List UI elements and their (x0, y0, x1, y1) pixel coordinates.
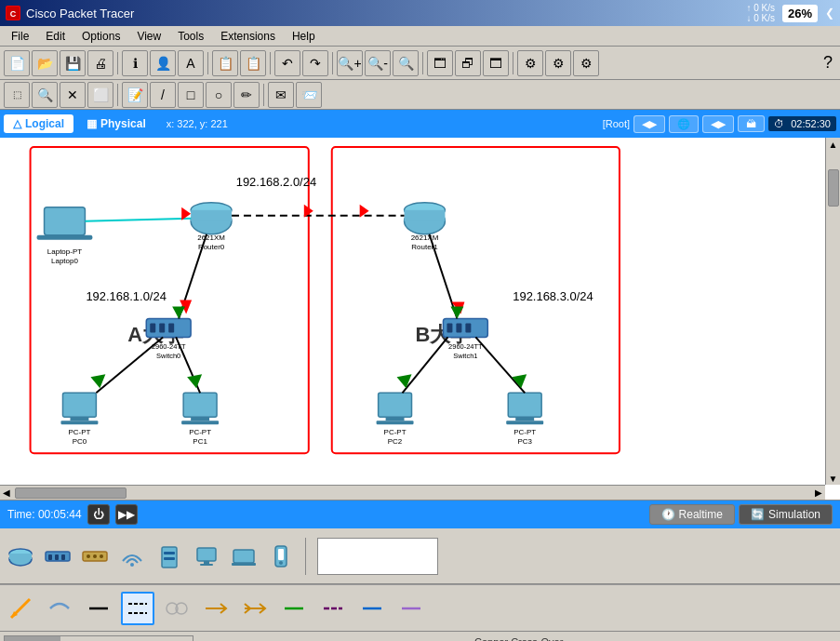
svg-point-85 (130, 563, 134, 567)
ellipse-btn[interactable]: ○ (206, 82, 232, 108)
sep8 (263, 84, 264, 106)
realtime-btn[interactable]: 🕐 Realtime (649, 504, 735, 525)
tab-logical[interactable]: △ Logical (4, 114, 73, 133)
canvas-area[interactable]: A大学 B大学 192.168.2.0/24 192.168.1.0/24 19… (0, 138, 840, 501)
menu-edit[interactable]: Edit (38, 28, 73, 45)
palette-phone[interactable] (264, 540, 298, 573)
rect-btn[interactable]: □ (178, 82, 204, 108)
menu-help[interactable]: Help (285, 28, 323, 45)
config1-btn[interactable]: ⚙ (517, 50, 543, 76)
line-btn[interactable]: / (150, 82, 176, 108)
svg-rect-42 (465, 323, 471, 332)
fast-forward-btn[interactable]: ▶▶ (115, 504, 138, 525)
svg-rect-76 (9, 554, 32, 559)
font-btn[interactable]: A (178, 50, 204, 76)
realtime-icon: 🕐 (661, 508, 675, 521)
new-btn[interactable]: 📄 (4, 50, 30, 76)
window2-btn[interactable]: 🗗 (455, 50, 481, 76)
vscroll-thumb[interactable] (828, 169, 839, 207)
cable-serial2[interactable] (238, 592, 272, 625)
menu-file[interactable]: File (4, 28, 36, 45)
menu-options[interactable]: Options (74, 28, 127, 45)
menu-extensions[interactable]: Extensions (213, 28, 283, 45)
annotate-btn[interactable]: 📝 (122, 82, 148, 108)
bottom-hscroll[interactable] (4, 635, 193, 641)
viewbar-right: [Root] ◀▶ 🌐 ◀▶ 🏔 ⏱ 02:52:30 (603, 115, 836, 133)
freehand-btn[interactable]: ✏ (233, 82, 260, 108)
simulation-icon: 🔄 (751, 508, 765, 521)
vscroll[interactable]: ▲ ▼ (825, 138, 840, 485)
marquee-btn[interactable]: ⬜ (87, 82, 113, 108)
hscroll-thumb[interactable] (15, 487, 127, 499)
search-btn[interactable]: 🔍 (32, 82, 58, 108)
collapse-icon[interactable]: ❮ (825, 7, 834, 20)
svg-rect-95 (278, 549, 284, 560)
print-btn[interactable]: 🖨 (87, 50, 113, 76)
pdu-btn[interactable]: 📨 (296, 82, 322, 108)
power-btn[interactable]: ⏻ (87, 504, 110, 525)
titlebar: C Cisco Packet Tracer ↑ 0 K/s ↓ 0 K/s 26… (0, 0, 840, 26)
undo-btn[interactable]: ↶ (274, 50, 300, 76)
palette-sep (305, 538, 306, 575)
help-question[interactable]: ? (823, 53, 833, 73)
palette-wireless[interactable] (115, 540, 149, 573)
redo-btn[interactable]: ↷ (302, 50, 328, 76)
nav-btn3[interactable]: ◀▶ (702, 115, 734, 133)
window3-btn[interactable]: 🗖 (483, 50, 509, 76)
cable-coax[interactable] (316, 592, 350, 625)
paste-btn[interactable]: 📋 (240, 50, 266, 76)
hscroll[interactable]: ◀ ▶ (0, 485, 825, 500)
window-btn[interactable]: 🗔 (427, 50, 453, 76)
download-stat: ↓ 0 K/s (746, 13, 775, 23)
nav-btn2[interactable]: 🌐 (669, 115, 699, 133)
nav-btn4[interactable]: 🏔 (738, 115, 765, 132)
config3-btn[interactable]: ⚙ (573, 50, 599, 76)
open-btn[interactable]: 📂 (32, 50, 58, 76)
deselect-btn[interactable]: ✕ (60, 82, 86, 108)
palette-laptop[interactable] (227, 540, 260, 573)
svg-marker-61 (90, 374, 105, 388)
config2-btn[interactable]: ⚙ (545, 50, 571, 76)
email-btn[interactable]: ✉ (268, 82, 294, 108)
svg-text:PC-PT: PC-PT (384, 428, 407, 436)
svg-rect-39 (443, 319, 487, 338)
palette-pc[interactable] (190, 540, 223, 573)
select-all-btn[interactable]: ⬚ (4, 82, 30, 108)
svg-rect-50 (508, 393, 541, 417)
cable-usb[interactable] (355, 592, 389, 625)
svg-point-14 (191, 203, 232, 218)
copy-btn[interactable]: 📋 (212, 50, 238, 76)
svg-line-55 (85, 219, 191, 221)
simulation-btn[interactable]: 🔄 Simulation (739, 504, 833, 525)
svg-text:2960-24TT: 2960-24TT (152, 342, 186, 351)
activity-wizard-btn[interactable]: ℹ (122, 50, 148, 76)
time-left: Time: 00:05:44 ⏻ ▶▶ (7, 504, 138, 525)
save-btn[interactable]: 💾 (60, 50, 86, 76)
palette-router[interactable] (4, 540, 37, 573)
svg-point-96 (279, 561, 283, 565)
palette-server[interactable] (153, 540, 186, 573)
nav-btn1[interactable]: ◀▶ (633, 115, 665, 133)
svg-rect-10 (37, 235, 93, 240)
svg-rect-46 (386, 417, 405, 421)
cable-crossover[interactable] (121, 592, 154, 625)
cable-serial[interactable] (199, 592, 233, 625)
palette-hub[interactable] (78, 540, 112, 573)
zoom-out-btn[interactable]: 🔍- (365, 50, 391, 76)
svg-text:2960-24TT: 2960-24TT (448, 342, 483, 351)
cable-phone[interactable] (277, 592, 311, 625)
zoom-reset-btn[interactable]: 🔍 (393, 50, 419, 76)
menu-view[interactable]: View (129, 28, 168, 45)
cable-auto[interactable] (4, 592, 37, 625)
pdu-list-btn[interactable]: 👤 (150, 50, 176, 76)
cable-console[interactable] (43, 592, 76, 625)
palette-switch[interactable] (41, 540, 74, 573)
svg-text:2621XM: 2621XM (411, 234, 439, 242)
cable-octal[interactable] (394, 592, 428, 625)
cable-straight[interactable] (82, 592, 115, 625)
tab-physical[interactable]: ▦ Physical (77, 114, 155, 133)
svg-marker-73 (512, 374, 527, 388)
menu-tools[interactable]: Tools (170, 28, 211, 45)
zoom-in-btn[interactable]: 🔍+ (337, 50, 363, 76)
cable-fiber[interactable] (160, 592, 193, 625)
